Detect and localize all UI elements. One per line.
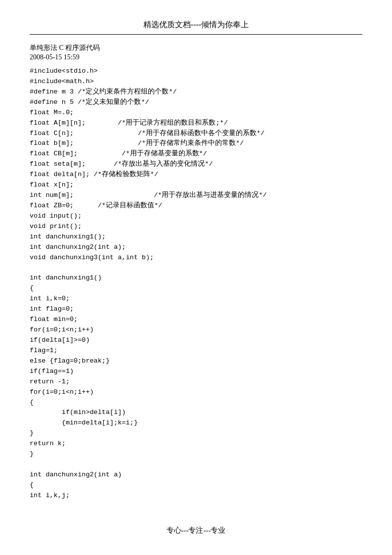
header-title: 精选优质文档----倾情为你奉上	[143, 20, 249, 29]
document-date: 2008-05-15 15:59	[30, 53, 362, 61]
page-footer: 专心---专注---专业	[0, 526, 392, 535]
page: 精选优质文档----倾情为你奉上 单纯形法 C 程序源代码 2008-05-15…	[0, 0, 392, 555]
page-header: 精选优质文档----倾情为你奉上	[30, 20, 362, 35]
code-content: #include<stdio.h> #include<math.h> #defi…	[30, 66, 362, 501]
document-title: 单纯形法 C 程序源代码	[30, 44, 362, 52]
footer-text: 专心---专注---专业	[167, 526, 226, 534]
